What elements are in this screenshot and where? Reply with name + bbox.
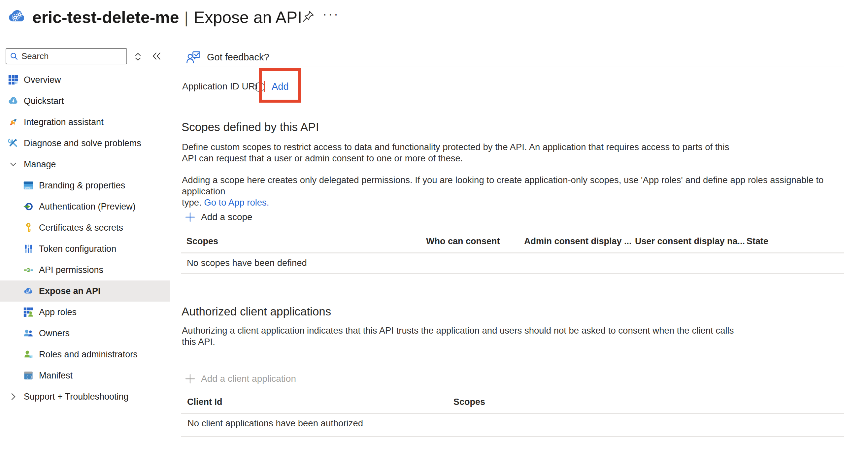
go-to-app-roles-link[interactable]: Go to App roles. xyxy=(204,197,269,207)
scopes-table-divider-top xyxy=(181,253,844,254)
cloud-gears-app-icon xyxy=(7,7,26,27)
authorized-clients-description-line1: Authorizing a client application indicat… xyxy=(182,325,734,336)
scopes-description: Define custom scopes to restrict access … xyxy=(182,141,730,164)
sidebar-item-branding-properties[interactable]: www Branding & properties xyxy=(0,175,170,196)
sidebar-item-label: Roles and administrators xyxy=(39,350,137,360)
expand-collapse-all-icon[interactable] xyxy=(133,52,143,63)
page-header: eric-test-delete-me | Expose an API ··· xyxy=(0,0,868,38)
search-icon xyxy=(9,52,19,61)
sidebar-item-token-configuration[interactable]: Token configuration xyxy=(0,238,170,259)
info-icon[interactable]: i xyxy=(254,81,265,94)
add-application-id-uri-link[interactable]: Add xyxy=(272,81,289,92)
title-separator: | xyxy=(185,8,188,27)
sidebar-item-integration-assistant[interactable]: Integration assistant xyxy=(0,111,170,133)
sidebar-item-label: Diagnose and solve problems xyxy=(24,138,141,149)
add-a-scope-button[interactable]: Add a scope xyxy=(185,212,252,222)
sidebar-item-app-roles[interactable]: App roles xyxy=(0,302,170,323)
sidebar-group-support-troubleshooting[interactable]: Support + Troubleshooting xyxy=(0,386,170,407)
quickstart-cloud-icon xyxy=(8,96,18,106)
plus-icon xyxy=(185,212,195,222)
add-a-client-application-label: Add a client application xyxy=(201,373,296,384)
scopes-note-line2: type. Go to App roles. xyxy=(182,197,868,208)
sidebar-item-label: Owners xyxy=(39,328,70,338)
add-a-client-application-button: Add a client application xyxy=(185,373,296,384)
svg-text:{ }: { } xyxy=(26,375,33,379)
tools-icon xyxy=(8,138,18,148)
sidebar-group-manage[interactable]: Manage xyxy=(0,154,170,175)
column-header-admin-consent-display: Admin consent display ... xyxy=(524,236,632,247)
sidebar-item-label: App roles xyxy=(39,307,76,318)
page-title: eric-test-delete-me | Expose an API xyxy=(32,8,302,27)
sidebar-group-label: Manage xyxy=(24,159,56,170)
sidebar-item-roles-and-administrators[interactable]: Roles and administrators xyxy=(0,344,170,365)
column-header-scopes: Scopes xyxy=(186,236,218,247)
sidebar-item-api-permissions[interactable]: API permissions xyxy=(0,259,170,281)
chevron-right-icon xyxy=(8,392,18,401)
clients-empty-message: No client applications have been authori… xyxy=(187,418,363,429)
sidebar-search xyxy=(6,48,127,64)
chevron-down-icon xyxy=(8,159,18,169)
authorized-clients-description: Authorizing a client application indicat… xyxy=(182,325,734,348)
sidebar-item-label: Token configuration xyxy=(39,244,116,254)
authorized-clients-section-title: Authorized client applications xyxy=(182,305,331,318)
sidebar-item-label: Overview xyxy=(24,75,61,85)
authorized-clients-description-line2: this API. xyxy=(182,336,734,348)
sidebar-item-label: API permissions xyxy=(39,265,103,275)
sidebar-item-label: Expose an API xyxy=(39,286,101,296)
app-window: eric-test-delete-me | Expose an API ··· xyxy=(0,0,868,458)
scopes-description-line2: API can request that a user or admin con… xyxy=(182,153,730,164)
more-menu-icon[interactable]: ··· xyxy=(323,7,340,21)
manifest-code-icon: { } xyxy=(24,370,33,381)
sidebar-item-label: Quickstart xyxy=(24,96,64,106)
application-id-uri-label: Application ID URI xyxy=(182,81,258,92)
toolbar-divider xyxy=(181,67,844,67)
key-icon xyxy=(24,223,33,233)
sidebar-nav: Overview Quickstart xyxy=(0,69,170,407)
column-header-state: State xyxy=(747,236,768,247)
column-header-who-can-consent: Who can consent xyxy=(426,236,500,247)
scopes-note: Adding a scope here creates only delegat… xyxy=(182,174,868,208)
svg-text:i: i xyxy=(259,85,260,90)
feedback-person-icon xyxy=(186,50,201,64)
sidebar-item-quickstart[interactable]: Quickstart xyxy=(0,90,170,111)
sidebar-item-label: Authentication (Preview) xyxy=(39,202,136,212)
sidebar-item-label: Branding & properties xyxy=(39,181,125,191)
overview-grid-icon xyxy=(8,75,18,85)
clients-table-divider-bottom xyxy=(181,436,844,437)
sidebar-item-authentication[interactable]: Authentication (Preview) xyxy=(0,196,170,217)
authentication-arrow-icon xyxy=(24,202,33,211)
sidebar-item-label: Certificates & secrets xyxy=(39,223,123,233)
app-name: eric-test-delete-me xyxy=(32,8,179,27)
cloud-gears-icon xyxy=(24,286,33,296)
sidebar-item-expose-an-api[interactable]: Expose an API xyxy=(0,281,170,302)
add-a-scope-label: Add a scope xyxy=(201,212,252,222)
scopes-section-title: Scopes defined by this API xyxy=(182,121,319,134)
scopes-description-line1: Define custom scopes to restrict access … xyxy=(182,141,730,153)
svg-text:www: www xyxy=(24,187,30,189)
two-people-icon xyxy=(24,328,33,338)
got-feedback-button[interactable]: Got feedback? xyxy=(186,50,269,64)
column-header-client-id: Client Id xyxy=(187,397,222,407)
api-permissions-connector-icon xyxy=(24,265,33,275)
scopes-note-prefix-text: type. xyxy=(182,197,202,207)
scopes-table-divider-bottom xyxy=(181,273,844,274)
sidebar-item-diagnose-and-solve-problems[interactable]: Diagnose and solve problems xyxy=(0,133,170,154)
sidebar-group-label: Support + Troubleshooting xyxy=(24,392,128,402)
column-header-client-scopes: Scopes xyxy=(454,397,485,407)
sidebar-item-label: Integration assistant xyxy=(24,117,104,127)
sidebar-item-owners[interactable]: Owners xyxy=(0,323,170,344)
sidebar-item-certificates-secrets[interactable]: Certificates & secrets xyxy=(0,217,170,238)
sidebar-item-label: Manifest xyxy=(39,370,72,381)
clients-table-divider-top xyxy=(181,413,844,414)
sidebar-item-manifest[interactable]: { } Manifest xyxy=(0,365,170,386)
sliders-icon xyxy=(24,244,33,254)
search-input[interactable] xyxy=(22,51,123,61)
rocket-icon xyxy=(8,117,18,127)
grid-person-icon xyxy=(24,307,33,317)
pin-icon[interactable] xyxy=(301,9,315,25)
plus-icon-disabled xyxy=(185,373,195,384)
collapse-sidebar-icon[interactable] xyxy=(151,51,162,63)
sidebar-item-overview[interactable]: Overview xyxy=(0,69,170,90)
browser-www-icon: www xyxy=(24,181,33,190)
person-cube-icon xyxy=(24,350,33,359)
